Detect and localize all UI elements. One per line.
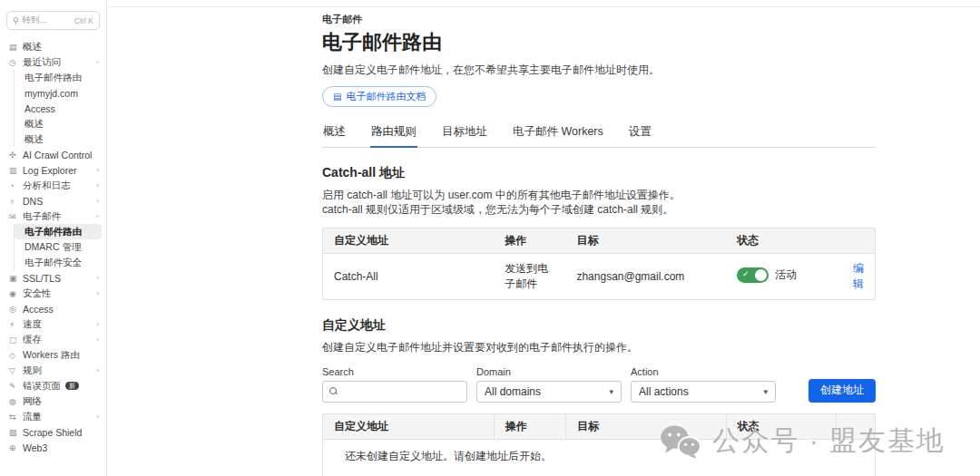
new-badge: 新 — [65, 382, 79, 390]
docs-link-pill[interactable]: ▤ 电子邮件路由文档 — [322, 86, 436, 107]
catch-all-heading: Catch-all 地址 — [322, 165, 876, 181]
app-window: ⚲ 转到... Ctrl K ▤概述◷最近访问›电子邮件路由mymyjd.com… — [0, 0, 980, 476]
action-field: Action All actions ▾ — [631, 366, 776, 403]
sidebar-item-recent-mymyjd[interactable]: mymyjd.com — [15, 85, 102, 101]
sidebar-item-network[interactable]: ◍网络 — [0, 393, 106, 409]
cache-icon: ▢ — [9, 335, 23, 345]
sidebar-item-scrape-shield[interactable]: ▧Scrape Shield — [0, 424, 106, 440]
page-title: 电子邮件路由 — [322, 29, 876, 56]
tab-概述[interactable]: 概述 — [322, 121, 347, 147]
sidebar-item-overview[interactable]: ▤概述 — [0, 39, 106, 54]
tab-设置[interactable]: 设置 — [628, 121, 652, 147]
sidebar-item-label: Access — [23, 304, 54, 315]
chevron-down-icon: ▾ — [609, 387, 613, 396]
tab-电子邮件 Workers[interactable]: 电子邮件 Workers — [512, 121, 604, 147]
edit-link[interactable]: 编辑 — [853, 262, 864, 290]
sidebar-item-traffic[interactable]: ⇆流量› — [0, 409, 106, 424]
address-search-input[interactable] — [345, 385, 459, 398]
sidebar-item-dmarc[interactable]: DMARC 管理 — [15, 239, 102, 255]
sidebar-item-dns[interactable]: ♁DNS› — [0, 193, 106, 209]
sidebar-item-recent-access[interactable]: Access — [15, 101, 102, 116]
sidebar-item-ssl-tls[interactable]: ▣SSL/TLS› — [0, 270, 106, 286]
sidebar-subgroup: 电子邮件路由DMARC 管理电子邮件安全 — [14, 224, 102, 270]
clock-icon: ◷ — [9, 58, 23, 67]
catch-all-description: 启用 catch-all 地址可以为 user.com 中的所有其他电子邮件地址… — [322, 188, 876, 217]
sidebar-item-recent-email-routing[interactable]: 电子邮件路由 — [15, 70, 102, 85]
sidebar-item-recent[interactable]: ◷最近访问› — [0, 54, 106, 70]
main-area: 电子邮件 电子邮件路由 创建自定义电子邮件地址，在您不希望共享主要电子邮件地址时… — [108, 0, 980, 476]
sidebar-item-email-routing[interactable]: 电子邮件路由 — [15, 224, 102, 239]
sidebar-item-email-security[interactable]: 电子邮件安全 — [15, 255, 102, 270]
sidebar-item-label: 电子邮件安全 — [24, 257, 82, 269]
page-description: 创建自定义电子邮件地址，在您不希望共享主要电子邮件地址时使用。 — [322, 63, 876, 78]
chevron-right-icon: › — [96, 366, 99, 374]
sidebar-item-caching[interactable]: ▢缓存› — [0, 332, 106, 347]
workers-icon: ◇ — [9, 351, 23, 360]
search-shortcut: Ctrl K — [74, 16, 93, 25]
sidebar-item-label: 电子邮件路由 — [24, 226, 82, 238]
sidebar-item-web3[interactable]: ⊕Web3 — [0, 440, 106, 455]
create-address-button[interactable]: 创建地址 — [808, 379, 876, 403]
chevron-right-icon: › — [96, 274, 99, 282]
sidebar-nav: ▤概述◷最近访问›电子邮件路由mymyjd.comAccess概述概述✣AI C… — [0, 39, 106, 455]
sidebar-item-rules[interactable]: ▽规则› — [0, 363, 106, 378]
custom-addresses-description: 创建自定义电子邮件地址并设置要对收到的电子邮件执行的操作。 — [322, 340, 876, 355]
col-edit — [837, 228, 876, 254]
catch-all-row: Catch-All 发送到电子邮件 zhangsan@gmail.com ✓ 活… — [323, 254, 876, 300]
custom-addresses-heading: 自定义地址 — [322, 317, 876, 334]
sidebar-item-workers-routes[interactable]: ◇Workers 路由 — [0, 347, 106, 363]
col-destination: 目标 — [565, 228, 726, 254]
sidebar-item-access[interactable]: ◎Access — [0, 301, 106, 316]
sidebar-item-label: 概述 — [24, 133, 44, 146]
sidebar-item-recent-overview-2[interactable]: 概述 — [15, 131, 102, 147]
chevron-right-icon: › — [96, 197, 99, 205]
catch-all-status-toggle[interactable]: ✓ 活动 — [737, 267, 797, 283]
sidebar-item-label: DNS — [23, 196, 43, 207]
chevron-right-icon: › — [96, 320, 99, 328]
chevron-right-icon: › — [96, 289, 99, 297]
tab-路由规则[interactable]: 路由规则 — [370, 121, 417, 147]
sidebar-item-label: 电子邮件路由 — [24, 72, 82, 84]
global-search-placeholder: 转到... — [23, 15, 47, 26]
analytics-icon: ◔ — [9, 181, 23, 190]
sidebar-item-label: Access — [24, 103, 55, 114]
sidebar-item-label: Scrape Shield — [23, 427, 82, 438]
error-pages-icon: ✎ — [9, 382, 23, 391]
sidebar-item-log-explorer[interactable]: ▥Log Explorer› — [0, 162, 106, 178]
traffic-icon: ⇆ — [9, 413, 23, 422]
top-divider — [108, 6, 980, 7]
check-icon: ✓ — [742, 269, 750, 278]
sidebar-item-recent-overview-1[interactable]: 概述 — [15, 116, 102, 131]
filters-row: Search Domain All domains ▾ Action — [322, 366, 876, 403]
domain-select[interactable]: All domains ▾ — [476, 381, 622, 403]
sidebar-item-label: 安全性 — [23, 287, 52, 300]
chevron-right-icon: › — [96, 166, 99, 174]
sidebar-item-label: 分析和日志 — [23, 180, 71, 192]
scrape-shield-icon: ▧ — [9, 428, 23, 437]
sidebar-item-label: 缓存 — [23, 334, 42, 346]
tab-目标地址[interactable]: 目标地址 — [441, 121, 488, 147]
search-field: Search — [322, 366, 467, 403]
web3-icon: ⊕ — [9, 443, 23, 452]
watermark-text: 公众号 · 盟友基地 — [712, 423, 946, 460]
main-content: 电子邮件 电子邮件路由 创建自定义电子邮件地址，在您不希望共享主要电子邮件地址时… — [322, 13, 876, 476]
rules-icon: ▽ — [9, 366, 23, 375]
sidebar-item-email[interactable]: ✉电子邮件› — [0, 209, 106, 224]
sidebar-item-error-pages[interactable]: ✎错误页面新 — [0, 378, 106, 393]
ai-crawl-icon: ✣ — [9, 151, 23, 160]
chevron-right-icon: › — [96, 335, 99, 344]
sidebar-item-ai-crawl-control[interactable]: ✣AI Crawl Control — [0, 147, 106, 162]
sidebar-item-speed[interactable]: ⚡速度› — [0, 316, 106, 332]
catch-all-address: Catch-All — [323, 254, 495, 300]
sidebar-item-label: 概述 — [23, 41, 42, 53]
sidebar-item-analytics-logs[interactable]: ◔分析和日志› — [0, 178, 106, 193]
sidebar-item-label: Workers 路由 — [23, 349, 80, 362]
access-icon: ◎ — [9, 305, 23, 314]
sidebar-item-label: 网络 — [23, 395, 42, 408]
action-select[interactable]: All actions ▾ — [631, 381, 776, 403]
sidebar-item-label: Log Explorer — [23, 165, 77, 176]
catch-all-desc-line2: catch-all 规则仅适用于区域级域，您无法为每个子域创建 catch-al… — [322, 202, 876, 217]
sidebar-item-security[interactable]: ◉安全性› — [0, 286, 106, 301]
global-search-input[interactable]: ⚲ 转到... Ctrl K — [6, 11, 100, 30]
chevron-right-icon: › — [96, 413, 99, 421]
